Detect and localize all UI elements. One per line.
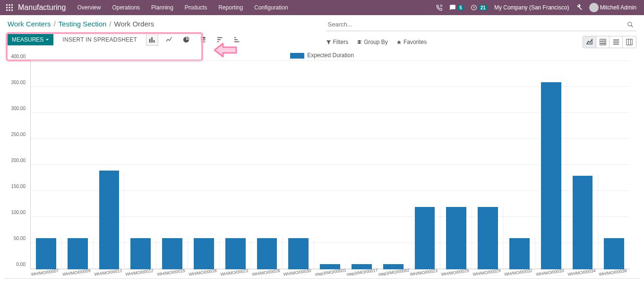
line-chart-icon[interactable] [163,34,175,46]
messaging-icon[interactable]: 5 [449,4,464,11]
svg-rect-19 [234,37,236,38]
star-icon [396,40,402,45]
chart-bar[interactable] [99,171,120,269]
y-tick-label: 250.00 [11,132,26,137]
search-icon[interactable] [627,21,636,28]
search-input[interactable] [326,18,627,31]
breadcrumb-testing-section[interactable]: Testing Section [59,20,107,28]
chart-bar[interactable] [415,207,435,269]
chart-bar[interactable] [573,176,593,269]
top-nav: Manufacturing Overview Operations Planni… [0,0,644,15]
chart-bar[interactable] [288,238,309,269]
user-menu[interactable]: Mitchell Admin [589,3,636,12]
groupby-label: Group By [364,39,388,45]
chart-bar[interactable] [257,238,277,269]
chart-bar[interactable] [604,238,624,269]
layers-icon [357,40,362,45]
svg-rect-26 [613,44,618,45]
svg-rect-23 [600,39,605,45]
filters-button[interactable]: Filters [326,39,349,45]
svg-rect-24 [613,40,618,41]
y-tick-label: 100.00 [11,210,26,215]
svg-rect-0 [6,4,8,6]
svg-rect-16 [217,37,223,38]
favorites-label: Favorites [404,39,427,45]
chart-bar[interactable] [541,82,561,269]
menu-configuration[interactable]: Configuration [249,1,292,14]
main-menu: Overview Operations Planning Products Re… [72,1,292,14]
svg-rect-17 [217,39,221,40]
menu-reporting[interactable]: Reporting [214,1,248,14]
messaging-badge: 5 [457,5,464,10]
svg-rect-5 [11,7,13,9]
y-tick-label: 50.00 [14,236,26,241]
favorites-button[interactable]: Favorites [396,39,427,45]
chart-legend: Expected Duration [5,51,639,61]
chart-bar[interactable] [225,238,246,269]
breadcrumb-sep: / [109,20,111,28]
chart-bar[interactable] [162,238,182,269]
company-selector[interactable]: My Company (San Francisco) [494,4,569,11]
funnel-icon [326,40,331,45]
chart-bar[interactable] [36,238,56,269]
stacked-icon[interactable] [197,34,209,46]
pivot-view-icon[interactable] [596,36,610,48]
phone-icon[interactable] [436,4,443,11]
svg-rect-8 [11,9,13,11]
svg-rect-27 [627,39,632,45]
groupby-button[interactable]: Group By [357,39,388,45]
svg-rect-12 [154,40,155,43]
chart-bar[interactable] [478,207,498,269]
debug-icon[interactable] [576,4,583,11]
y-tick-label: 200.00 [11,158,26,163]
avatar [589,3,599,12]
svg-rect-1 [9,4,10,6]
svg-rect-11 [152,37,153,43]
svg-rect-21 [234,42,240,43]
list-view-icon[interactable] [610,36,623,48]
apps-icon[interactable] [4,2,15,13]
bar-chart-icon[interactable] [146,34,158,46]
app-brand[interactable]: Manufacturing [18,3,66,12]
svg-rect-3 [6,7,8,9]
chart-bar[interactable] [509,238,530,269]
svg-rect-18 [217,42,219,43]
graph-view-icon[interactable] [583,36,596,48]
kanban-view-icon[interactable] [623,36,636,48]
legend-label: Expected Duration [307,52,354,59]
measures-label: MEASURES [12,36,43,43]
user-name: Mitchell Admin [600,4,636,11]
svg-rect-7 [9,9,10,11]
menu-overview[interactable]: Overview [72,1,105,14]
insert-spreadsheet-button[interactable]: INSERT IN SPREADSHEET [58,34,141,45]
caret-down-icon [45,38,49,42]
legend-swatch [290,53,304,59]
pie-chart-icon[interactable] [180,34,192,46]
svg-point-22 [628,22,632,26]
svg-rect-10 [149,39,151,43]
menu-operations[interactable]: Operations [107,1,145,14]
menu-products[interactable]: Products [180,1,212,14]
svg-rect-4 [9,7,10,9]
y-tick-label: 350.00 [11,80,26,85]
menu-planning[interactable]: Planning [146,1,178,14]
chart-bar[interactable] [194,238,214,269]
chart-bar[interactable] [446,207,466,269]
sort-asc-icon[interactable] [231,34,243,46]
activities-badge: 21 [479,5,488,10]
breadcrumb-work-centers[interactable]: Work Centers [8,20,51,28]
breadcrumb-current: Work Orders [114,20,155,28]
sort-desc-icon[interactable] [214,34,226,46]
activities-icon[interactable]: 21 [471,4,488,11]
breadcrumb: Work Centers / Testing Section / Work Or… [8,18,322,32]
chart-area: 0.0050.00100.00150.00200.00250.00300.003… [5,61,639,279]
chart-bar[interactable] [130,238,151,269]
chart-bar[interactable] [68,238,88,269]
view-switcher [583,36,636,48]
y-tick-label: 150.00 [11,184,26,189]
measures-button[interactable]: MEASURES [8,34,53,45]
svg-point-13 [201,37,206,39]
breadcrumb-sep: / [53,20,55,28]
svg-rect-6 [6,9,8,11]
svg-rect-20 [234,39,238,40]
